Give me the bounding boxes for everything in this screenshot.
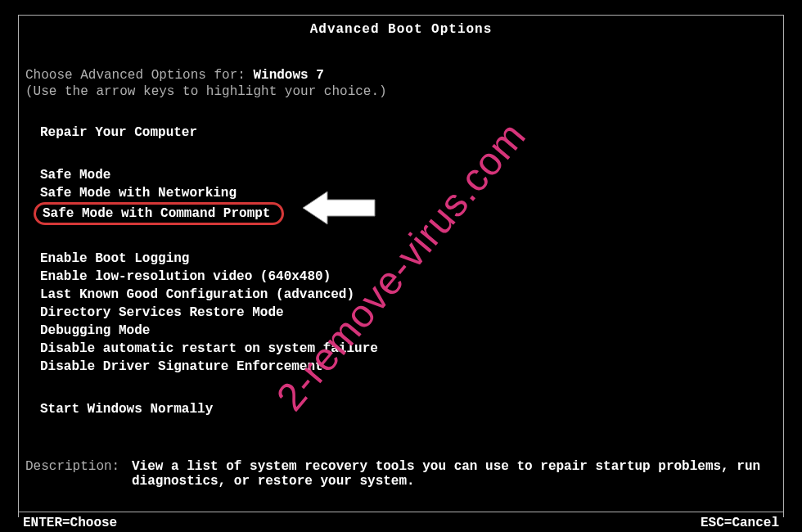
- menu-item-disable-sig[interactable]: Disable Driver Signature Enforcement: [40, 358, 777, 376]
- menu-item-safe-mode-cmd[interactable]: Safe Mode with Command Prompt: [40, 202, 777, 225]
- os-name: Windows 7: [253, 68, 323, 83]
- footer-esc: ESC=Cancel: [701, 516, 779, 530]
- choose-line: Choose Advanced Options for: Windows 7: [25, 68, 777, 83]
- menu-item-low-res[interactable]: Enable low-resolution video (640x480): [40, 268, 777, 286]
- menu-item-ds-restore[interactable]: Directory Services Restore Mode: [40, 304, 777, 322]
- footer-enter: ENTER=Choose: [23, 516, 117, 530]
- footer-bar: ENTER=Choose ESC=Cancel: [18, 512, 784, 532]
- menu-item-safe-mode-net[interactable]: Safe Mode with Networking: [40, 184, 777, 202]
- description-block: Description: View a list of system recov…: [25, 459, 777, 489]
- choose-prefix: Choose Advanced Options for:: [25, 68, 253, 83]
- highlighted-option: Safe Mode with Command Prompt: [34, 202, 284, 225]
- content-area: Choose Advanced Options for: Windows 7 (…: [19, 43, 783, 489]
- instruction-text: (Use the arrow keys to highlight your ch…: [25, 84, 777, 99]
- boot-screen: Advanced Boot Options Choose Advanced Op…: [18, 15, 784, 517]
- menu-item-boot-logging[interactable]: Enable Boot Logging: [40, 250, 777, 268]
- description-label: Description:: [25, 459, 132, 489]
- menu-item-safe-mode[interactable]: Safe Mode: [40, 166, 777, 184]
- menu-item-last-known[interactable]: Last Known Good Configuration (advanced): [40, 286, 777, 304]
- page-title: Advanced Boot Options: [19, 16, 783, 43]
- boot-menu: Repair Your Computer Safe Mode Safe Mode…: [25, 124, 777, 418]
- description-text: View a list of system recovery tools you…: [132, 459, 777, 489]
- menu-item-disable-restart[interactable]: Disable automatic restart on system fail…: [40, 340, 777, 358]
- menu-item-start-normal[interactable]: Start Windows Normally: [40, 400, 777, 418]
- menu-item-debugging[interactable]: Debugging Mode: [40, 322, 777, 340]
- arrow-icon: [303, 188, 376, 228]
- menu-item-repair[interactable]: Repair Your Computer: [40, 124, 777, 142]
